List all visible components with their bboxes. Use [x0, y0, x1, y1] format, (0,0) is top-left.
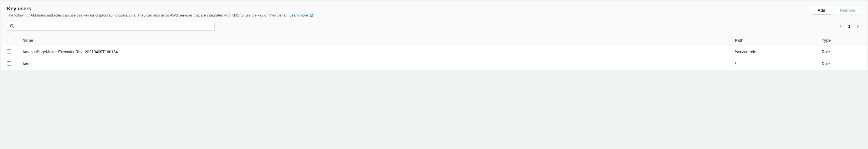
col-header-type[interactable]: Type: [816, 35, 867, 46]
cell-type: Role: [816, 58, 867, 70]
pagination: 1: [837, 23, 861, 30]
cell-type: Role: [816, 46, 867, 58]
cell-name: Admin: [17, 58, 729, 70]
cell-path: /: [729, 58, 816, 70]
learn-more-label: Learn more: [289, 13, 308, 17]
panel-title: Key users: [7, 6, 812, 12]
toolbar: 1: [1, 18, 867, 35]
panel-header: Key users The following IAM users and ro…: [1, 1, 867, 18]
select-all-checkbox[interactable]: [7, 38, 11, 42]
col-header-select: [1, 35, 17, 46]
key-users-table: Name Path Type AmazonSageMaker-Execution…: [1, 35, 867, 70]
col-header-path[interactable]: Path: [729, 35, 816, 46]
external-link-icon: [310, 13, 313, 17]
row-checkbox[interactable]: [7, 49, 11, 53]
row-checkbox[interactable]: [7, 61, 11, 66]
col-header-name[interactable]: Name: [17, 35, 729, 46]
remove-button[interactable]: Remove: [834, 6, 861, 15]
description-text: The following IAM users and roles can us…: [7, 13, 288, 17]
page-number: 1: [848, 24, 850, 29]
cell-path: /service-role: [729, 46, 816, 58]
table-row: AmazonSageMaker-ExecutionRole-20210409T1…: [1, 46, 867, 58]
learn-more-link[interactable]: Learn more: [289, 13, 313, 17]
table-header-row: Name Path Type: [1, 35, 867, 46]
chevron-left-icon: [839, 24, 843, 29]
table-row: Admin / Role: [1, 58, 867, 70]
add-button[interactable]: Add: [812, 6, 831, 15]
key-users-panel: Key users The following IAM users and ro…: [1, 1, 867, 70]
page-next-button[interactable]: [854, 23, 861, 30]
panel-description: The following IAM users and roles can us…: [7, 13, 812, 18]
chevron-right-icon: [856, 24, 860, 29]
search-wrap: [7, 22, 215, 31]
header-left: Key users The following IAM users and ro…: [7, 6, 812, 18]
search-input[interactable]: [7, 22, 215, 31]
cell-name: AmazonSageMaker-ExecutionRole-20210409T1…: [17, 46, 729, 58]
page-prev-button[interactable]: [837, 23, 844, 30]
header-actions: Add Remove: [812, 6, 861, 15]
